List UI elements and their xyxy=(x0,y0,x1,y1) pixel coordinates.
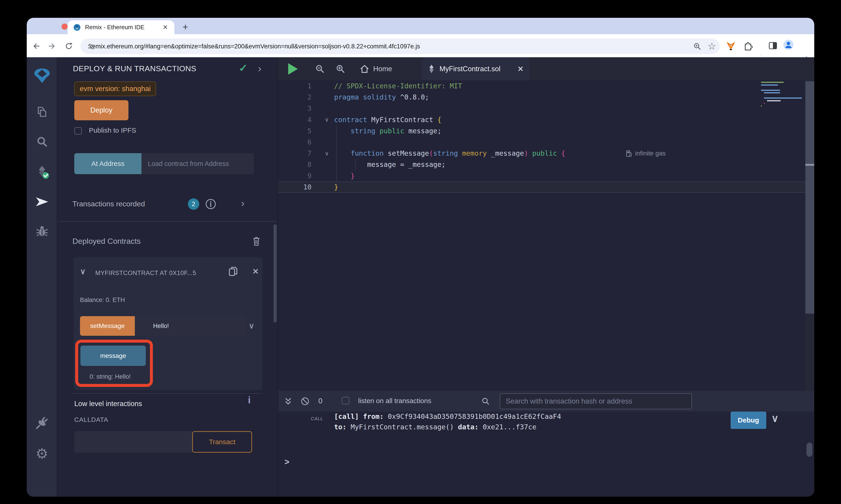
editor-scrollbar-thumb[interactable] xyxy=(805,81,814,313)
terminal-log-line: to: MyFirstContract.message() data: 0xe2… xyxy=(334,423,536,431)
remove-contract-icon[interactable] xyxy=(252,267,259,276)
code-line[interactable]: 4contract MyFirstContract { xyxy=(278,114,805,125)
terminal-prompt: > xyxy=(285,457,289,467)
icon-rail xyxy=(27,57,57,497)
close-window-button[interactable] xyxy=(62,23,68,30)
info-icon[interactable] xyxy=(205,198,217,210)
file-tab-label: MyFirstContract.sol xyxy=(440,65,500,73)
tab-file-active[interactable]: MyFirstContract.sol xyxy=(422,57,530,80)
code-editor[interactable]: 1// SPDX-License-Identifier: MIT2pragma … xyxy=(278,80,805,391)
set-message-input[interactable] xyxy=(135,316,245,336)
close-tab-icon[interactable] xyxy=(163,23,168,31)
panel-divider xyxy=(72,393,262,394)
listen-transactions-label: listen on all transactions xyxy=(358,397,431,405)
settings-gear-icon[interactable] xyxy=(27,445,57,462)
close-file-tab-icon[interactable] xyxy=(517,65,524,73)
code-line[interactable]: 8 message = _message; xyxy=(278,159,805,170)
debugger-icon[interactable] xyxy=(27,224,57,238)
evm-version-badge: evm version: shanghai xyxy=(74,82,156,96)
set-message-button[interactable]: setMessage xyxy=(80,316,135,336)
code-line[interactable]: 6 xyxy=(278,137,805,148)
pending-transactions-count: 0 xyxy=(318,397,323,405)
deploy-button[interactable]: Deploy xyxy=(74,100,128,120)
browser-toolbar: remix.ethereum.org/#lang=en&optimize=fal… xyxy=(27,34,814,57)
terminal-toolbar: 0 listen on all transactions xyxy=(278,391,814,412)
panel-title: DEPLOY & RUN TRANSACTIONS xyxy=(73,64,196,73)
solidity-compiler-icon[interactable] xyxy=(27,165,57,179)
code-line[interactable]: 1// SPDX-License-Identifier: MIT xyxy=(278,80,805,92)
call-tag: CALL xyxy=(311,416,323,421)
debug-button[interactable]: Debug xyxy=(731,412,766,429)
browser-tab-strip: Remix - Ethereum IDE xyxy=(27,18,814,34)
collapse-terminal-icon[interactable] xyxy=(283,396,293,406)
low-level-info-icon[interactable] xyxy=(248,395,251,406)
contract-name: MYFIRSTCONTRACT AT 0X10F...5 xyxy=(95,270,223,277)
browser-tab[interactable]: Remix - Ethereum IDE xyxy=(68,20,174,34)
extensions-puzzle-icon[interactable] xyxy=(742,40,753,51)
code-line[interactable]: 7 function setMessage(string memory _mes… xyxy=(278,148,805,159)
message-result: 0: string: Hello! xyxy=(90,373,131,380)
profile-avatar[interactable] xyxy=(783,39,794,50)
browser-window: Remix - Ethereum IDE remix.ethereum.org/… xyxy=(27,18,814,497)
home-icon xyxy=(360,64,370,74)
code-line[interactable]: 2pragma solidity ^0.8.0; xyxy=(278,92,805,103)
solidity-file-icon xyxy=(428,65,435,73)
remix-logo-icon[interactable] xyxy=(27,67,57,85)
code-line[interactable]: 3 xyxy=(278,103,805,114)
terminal-log-line: [call] from: 0x9Cf934043aD350758391b0D01… xyxy=(334,412,561,420)
file-explorer-icon[interactable] xyxy=(27,105,57,119)
editor-minimap[interactable] xyxy=(761,82,804,108)
panel-expand-chevron-icon[interactable] xyxy=(258,63,261,74)
code-line[interactable]: 9 } xyxy=(278,170,805,181)
message-button[interactable]: message xyxy=(81,346,146,366)
plugin-manager-icon[interactable] xyxy=(27,416,57,430)
compile-success-check-icon xyxy=(239,62,248,74)
calldata-label: CALLDATA xyxy=(74,416,108,424)
back-icon[interactable] xyxy=(31,41,41,51)
zoom-page-icon[interactable] xyxy=(692,41,702,51)
transact-button[interactable]: Transact xyxy=(192,431,252,453)
calldata-input[interactable] xyxy=(74,431,192,453)
log-expand-chevron-icon[interactable] xyxy=(771,412,778,424)
side-panel-icon[interactable] xyxy=(768,40,778,51)
terminal-scrollbar-thumb[interactable] xyxy=(806,443,812,457)
deploy-and-run-icon[interactable] xyxy=(27,195,57,210)
url-bar[interactable]: remix.ethereum.org/#lang=en&optimize=fal… xyxy=(81,39,720,54)
deployed-contract-card: MYFIRSTCONTRACT AT 0X10F...5 Balance: 0.… xyxy=(73,257,262,390)
contract-collapse-chevron-icon[interactable] xyxy=(80,267,86,276)
indent-guide xyxy=(336,125,337,181)
reload-icon[interactable] xyxy=(64,41,74,51)
zoom-out-icon[interactable] xyxy=(314,63,326,75)
low-level-heading: Low level interactions xyxy=(74,400,142,408)
remix-app: DEPLOY & RUN TRANSACTIONS evm version: s… xyxy=(27,57,814,497)
zoom-in-icon[interactable] xyxy=(335,63,346,75)
terminal-search-input[interactable] xyxy=(500,393,692,409)
listen-transactions-checkbox[interactable] xyxy=(342,397,349,404)
transactions-expand-chevron-icon[interactable] xyxy=(241,197,244,209)
clear-console-icon[interactable] xyxy=(300,396,310,406)
run-script-play-icon[interactable] xyxy=(288,63,298,75)
search-icon[interactable] xyxy=(27,136,57,149)
deployed-contracts-heading: Deployed Contracts xyxy=(72,237,141,246)
tab-title: Remix - Ethereum IDE xyxy=(85,24,144,31)
trash-icon[interactable] xyxy=(252,236,261,247)
publish-ipfs-checkbox[interactable] xyxy=(74,127,82,135)
at-address-button[interactable]: At Address xyxy=(74,153,141,174)
editor-scrollbar-marker xyxy=(805,164,814,166)
tab-home[interactable]: Home xyxy=(360,57,392,80)
bookmark-star-icon[interactable] xyxy=(707,41,717,51)
new-tab-button[interactable] xyxy=(179,21,191,33)
copy-address-icon[interactable] xyxy=(227,266,239,277)
editor-scrollbar[interactable] xyxy=(805,80,814,391)
code-line[interactable]: 10} xyxy=(278,181,805,193)
code-line[interactable]: 5 string public message; xyxy=(278,125,805,137)
forward-icon[interactable] xyxy=(47,41,57,51)
site-settings-icon[interactable] xyxy=(86,42,96,51)
metamask-extension-icon[interactable] xyxy=(725,40,736,51)
at-address-input[interactable] xyxy=(141,153,254,174)
publish-ipfs-label: Publish to IPFS xyxy=(89,126,136,134)
panel-scrollbar[interactable] xyxy=(274,224,277,323)
home-tab-label: Home xyxy=(373,65,392,73)
expand-params-chevron-icon[interactable] xyxy=(248,321,254,330)
gas-annotation: infinite gas xyxy=(625,149,666,157)
